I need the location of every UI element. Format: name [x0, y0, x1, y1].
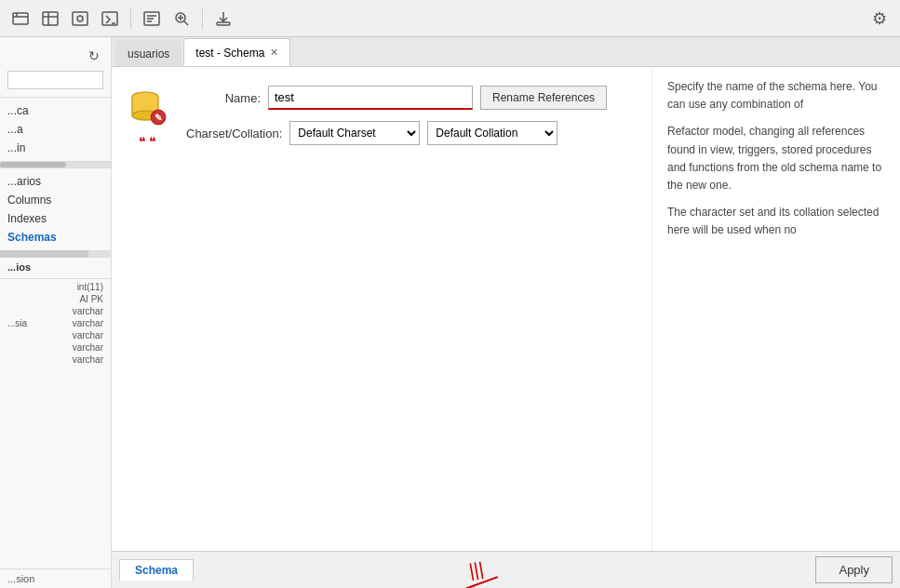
col-name-4: ...sia	[7, 318, 27, 328]
query-icon[interactable]	[139, 6, 165, 32]
sidebar-item-columns[interactable]: Columns	[0, 191, 111, 209]
toolbar: ⚙	[0, 0, 900, 37]
sidebar-nav-section: ...arios Columns Indexes Schemas	[0, 167, 111, 250]
col-type-4: varchar	[73, 318, 103, 328]
sidebar-bottom-label: ...sion	[0, 568, 111, 588]
col-type-5: varchar	[73, 330, 103, 341]
right-info-panel: Specify the name of the schema here. You…	[651, 67, 900, 551]
edit-squiggle: ❝❝	[139, 134, 159, 149]
tabs-bar: usuarios test - Schema ✕	[112, 37, 900, 67]
col-entry-3: varchar	[0, 305, 111, 317]
tab-usuarios[interactable]: usuarios	[115, 40, 181, 66]
sidebar-table-label: ...ios	[0, 258, 111, 276]
charset-select[interactable]: Default Charset utf8 latin1	[289, 121, 420, 145]
schema-icon-area: ✎ ❝❝	[127, 86, 171, 149]
info-text-1: Specify the name of the schema here. You…	[667, 78, 885, 114]
tab-close-icon[interactable]: ✕	[270, 47, 278, 59]
col-type-1: int(11)	[77, 282, 103, 292]
col-type-3: varchar	[73, 306, 103, 316]
bottom-squiggle: |||	[468, 558, 486, 581]
inspect-icon[interactable]	[168, 6, 195, 32]
import-icon[interactable]	[210, 6, 236, 32]
sidebar-item-ca[interactable]: ...ca	[0, 101, 111, 120]
col-type-7: varchar	[73, 354, 103, 365]
separator-1	[130, 7, 131, 30]
sidebar-item-schemas[interactable]: Schemas	[0, 228, 111, 247]
svg-point-7	[77, 16, 83, 21]
gear-icon[interactable]: ⚙	[866, 6, 893, 32]
col-entry-2: AI PK	[0, 293, 111, 305]
col-type-6: varchar	[73, 342, 103, 353]
svg-rect-0	[13, 13, 28, 24]
form-header: ✎ ❝❝ Name: Rename References	[127, 86, 637, 149]
col-entry-6: varchar	[0, 341, 111, 354]
name-row: Name: Rename References	[186, 86, 637, 110]
svg-text:✎: ✎	[154, 113, 162, 123]
schema-tab[interactable]: Schema	[119, 559, 194, 581]
info-text-3: The character set and its collation sele…	[667, 204, 885, 239]
col-entry-7: varchar	[0, 354, 111, 366]
col-entry-5: varchar	[0, 329, 111, 341]
name-label: Name:	[186, 91, 261, 105]
tab-test-schema[interactable]: test - Schema ✕	[183, 38, 290, 66]
tab-usuarios-label: usuarios	[128, 47, 169, 60]
col-entry-1: int(11)	[0, 281, 111, 293]
form-fields: Name: Rename References Charset/Collatio…	[186, 86, 637, 145]
svg-rect-3	[43, 12, 58, 25]
col-type-2: AI PK	[79, 294, 103, 304]
content-area: usuarios test - Schema ✕	[112, 37, 900, 588]
db-connect-icon[interactable]	[7, 6, 34, 32]
sidebar-item-a[interactable]: ...a	[0, 120, 111, 139]
content-split: ✎ ❝❝ Name: Rename References	[112, 67, 900, 551]
sidebar-filter-input[interactable]	[7, 71, 103, 89]
proc-icon[interactable]	[97, 6, 123, 32]
name-input[interactable]	[268, 86, 473, 110]
charset-row: Charset/Collation: Default Charset utf8 …	[186, 121, 637, 145]
sidebar-item-indexes[interactable]: Indexes	[0, 209, 111, 228]
sidebar-refresh-icon[interactable]: ↻	[7, 45, 103, 67]
left-form: ✎ ❝❝ Name: Rename References	[112, 67, 651, 551]
svg-rect-6	[73, 12, 87, 25]
schema-icon: ✎	[127, 86, 171, 130]
info-text-2: Refactor model, changing all references …	[667, 123, 885, 194]
main-layout: ↻ ...ca ...a ...in ...arios Columns Inde…	[0, 37, 900, 588]
view-icon[interactable]	[67, 6, 93, 32]
sidebar-columns-section: ...ios int(11) AI PK varchar ...sia varc…	[0, 258, 111, 568]
tab-test-schema-label: test - Schema	[195, 47, 264, 60]
svg-rect-18	[217, 22, 230, 25]
charset-label: Charset/Collation:	[186, 127, 282, 140]
table-icon[interactable]	[37, 6, 63, 32]
sidebar-item-in[interactable]: ...in	[0, 139, 111, 157]
separator-2	[202, 7, 203, 30]
sidebar-top: ↻	[0, 37, 111, 98]
col-entry-4: ...sia varchar	[0, 317, 111, 329]
svg-line-15	[184, 21, 188, 25]
bottom-bar: Schema ||| Apply	[112, 551, 900, 588]
collation-select[interactable]: Default Collation utf8_general_ci	[427, 121, 557, 145]
sidebar: ↻ ...ca ...a ...in ...arios Columns Inde…	[0, 37, 112, 588]
rename-references-button[interactable]: Rename References	[480, 86, 607, 110]
sidebar-item-arios[interactable]: ...arios	[0, 172, 111, 191]
apply-button[interactable]: Apply	[815, 556, 893, 583]
